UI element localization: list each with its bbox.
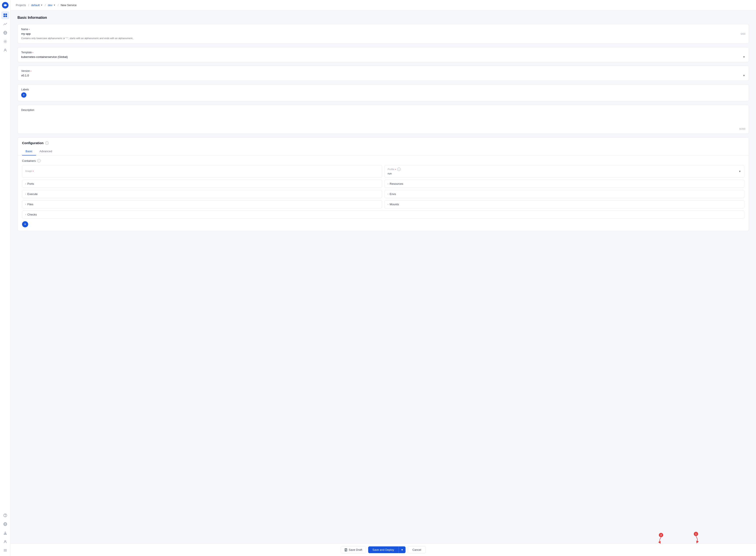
envs-label: Envs	[390, 193, 396, 196]
name-input[interactable]	[21, 32, 741, 35]
add-label-button[interactable]: +	[21, 92, 27, 98]
save-deploy-button[interactable]: Save and Deploy	[368, 546, 399, 553]
project-dropdown-icon: ▼	[41, 4, 43, 6]
resources-chevron: ›	[388, 182, 388, 185]
resources-field[interactable]: › Resources	[384, 180, 745, 188]
sidebar-bottom	[1, 512, 9, 554]
description-label: Description	[21, 108, 745, 112]
version-field-section[interactable]: Version • v0.1.0 ▼	[17, 66, 749, 81]
labels-label: Labels	[21, 88, 745, 91]
profile-info-icon[interactable]: i	[397, 168, 401, 171]
execute-chevron: ›	[25, 193, 26, 195]
profile-label: Profile • i	[388, 168, 401, 171]
add-container-button[interactable]: +	[22, 221, 28, 227]
checks-field[interactable]: › Checks	[22, 211, 745, 219]
svg-point-8	[5, 41, 6, 42]
description-input[interactable]	[21, 113, 745, 127]
files-field[interactable]: › Files	[22, 200, 382, 208]
profile-value: run	[388, 172, 401, 175]
tab-advanced[interactable]: Advanced	[36, 147, 56, 155]
version-label: Version •	[21, 69, 745, 72]
image-label: Image •	[25, 170, 34, 172]
envs-row: › Envs	[388, 193, 396, 196]
app-logo	[2, 2, 9, 9]
sidebar-item-globe[interactable]	[1, 29, 9, 37]
profile-dropdown-icon: ▼	[739, 170, 741, 173]
sidebar-item-menu[interactable]	[1, 546, 9, 554]
containers-info-icon[interactable]: i	[37, 159, 41, 163]
annotation-2-circle: 2	[659, 533, 663, 537]
mounts-row: › Mounts	[388, 203, 399, 206]
execute-field[interactable]: › Execute	[22, 190, 382, 198]
resources-row: › Resources	[388, 182, 403, 185]
name-field-section: Name • 6/63 Contains only lowercase alph…	[17, 24, 749, 44]
ports-row: › Ports	[25, 182, 34, 185]
name-char-count: 6/63	[741, 33, 745, 35]
image-field-content: Image •	[25, 170, 34, 173]
execute-label: Execute	[27, 193, 38, 196]
annotation-1-circle: 1	[694, 532, 698, 536]
svg-rect-4	[5, 15, 7, 17]
checks-chevron: ›	[25, 213, 26, 216]
template-label: Template •	[21, 51, 745, 54]
execute-row: › Execute	[25, 193, 38, 196]
save-deploy-dropdown-button[interactable]: ▼	[399, 546, 406, 553]
description-char-count: 0/200	[21, 128, 745, 130]
sidebar-item-language[interactable]	[1, 520, 9, 528]
save-draft-button[interactable]: Save Draft	[341, 546, 366, 553]
template-select[interactable]: kubernetes-containerservice (Global) ▼	[21, 55, 745, 59]
version-select[interactable]: v0.1.0 ▼	[21, 74, 745, 77]
sidebar-item-help[interactable]	[1, 512, 9, 519]
envs-chevron: ›	[388, 193, 388, 195]
labels-field-section: Labels +	[17, 84, 749, 101]
ports-chevron: ›	[25, 182, 26, 185]
svg-rect-3	[3, 15, 5, 17]
envs-field[interactable]: › Envs	[384, 190, 745, 198]
mounts-chevron: ›	[388, 203, 388, 206]
config-tabs: Basic Advanced	[18, 147, 749, 155]
tab-basic[interactable]: Basic	[22, 147, 36, 155]
sidebar-item-settings[interactable]	[1, 38, 9, 45]
name-required: •	[29, 28, 30, 31]
version-value: v0.1.0	[21, 74, 29, 77]
cancel-button[interactable]: Cancel	[408, 546, 426, 553]
template-required: •	[33, 51, 33, 54]
breadcrumb-sep-2: /	[45, 3, 46, 7]
name-label: Name •	[21, 28, 745, 31]
topnav: Projects / default ▼ / dev ▼ / New Servi…	[10, 0, 756, 10]
profile-field[interactable]: Profile • i run ▼	[384, 165, 745, 178]
svg-rect-1	[3, 13, 5, 15]
bottom-bar: 2 Save Draft Save and Deploy ▼	[10, 543, 756, 556]
svg-point-9	[5, 49, 6, 50]
mounts-label: Mounts	[390, 203, 399, 206]
breadcrumb-project[interactable]: default ▼	[31, 3, 43, 7]
breadcrumb-current: New Service	[61, 3, 77, 7]
config-info-icon[interactable]: i	[45, 141, 49, 145]
breadcrumb-projects[interactable]: Projects	[16, 3, 26, 7]
sidebar-item-users[interactable]	[1, 46, 9, 54]
container-grid: Image • Profile • i run ▼	[22, 165, 745, 219]
annotation-2: 2	[658, 533, 664, 544]
containers-label: Containers i	[22, 159, 745, 163]
sidebar-item-dashboard[interactable]	[1, 11, 9, 19]
resources-label: Resources	[390, 182, 403, 185]
save-draft-label: Save Draft	[349, 548, 362, 551]
ports-label: Ports	[27, 182, 34, 185]
checks-row: › Checks	[25, 213, 37, 216]
template-field-section[interactable]: Template • kubernetes-containerservice (…	[17, 47, 749, 62]
sidebar-item-download[interactable]	[1, 529, 9, 537]
ports-field[interactable]: › Ports	[22, 180, 382, 188]
env-dropdown-icon: ▼	[53, 4, 56, 6]
image-field[interactable]: Image •	[22, 165, 382, 178]
sidebar-item-account[interactable]	[1, 537, 9, 546]
breadcrumb-env[interactable]: dev ▼	[48, 3, 56, 7]
sidebar	[0, 0, 10, 556]
mounts-field[interactable]: › Mounts	[384, 200, 745, 208]
configuration-section: Configuration i Basic Advanced Container…	[17, 137, 749, 231]
sidebar-item-metrics[interactable]	[1, 20, 9, 28]
version-dropdown-icon: ▼	[743, 74, 745, 77]
config-header: Configuration i	[18, 138, 749, 145]
content-area: Basic Information Name • 6/63 Contains o…	[10, 10, 756, 543]
files-row: › Files	[25, 203, 33, 206]
template-value: kubernetes-containerservice (Global)	[21, 55, 68, 59]
